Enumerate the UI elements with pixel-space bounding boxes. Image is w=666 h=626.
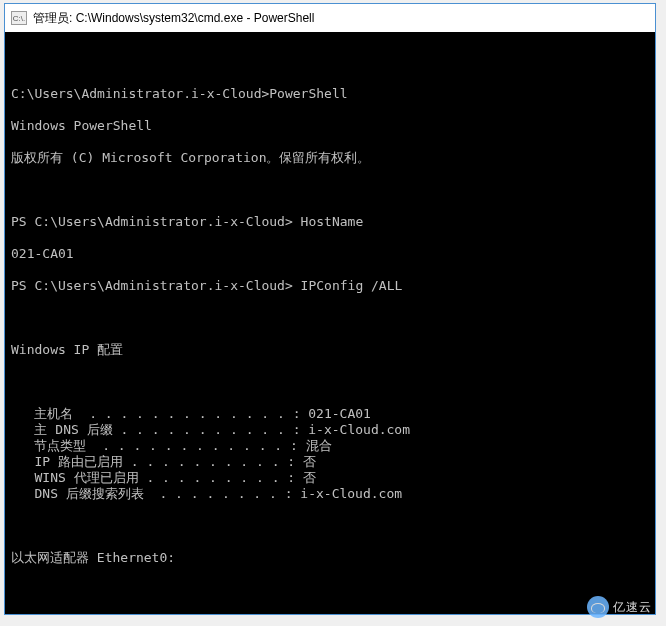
config-row: 节点类型 . . . . . . . . . . . . : 混合 [11,438,649,454]
ps-header-2: 版权所有 (C) Microsoft Corporation。保留所有权利。 [11,150,649,166]
blank-line [11,374,649,390]
adapter-section: 以太网适配器 Ethernet0: [11,550,649,566]
blank-line [11,54,649,70]
ps-input: HostName [301,214,364,229]
terminal-window: C:\. 管理员: C:\Windows\system32\cmd.exe - … [4,3,656,615]
config-value: 021-CA01 [300,406,370,421]
hostname-output: 021-CA01 [11,246,649,262]
config-row: DNS 后缀搜索列表 . . . . . . . . : i-x-Cloud.c… [11,486,649,502]
watermark: 亿速云 [587,596,652,618]
config-label: 主 DNS 后缀 . . . . . . . . . . . : [11,422,300,437]
config-value: i-x-Cloud.com [293,486,403,501]
config-value: i-x-Cloud.com [300,422,410,437]
terminal-body[interactable]: C:\Users\Administrator.i-x-Cloud>PowerSh… [5,32,655,614]
ps-input: IPConfig /ALL [301,278,403,293]
cmd-prompt: C:\Users\Administrator.i-x-Cloud> [11,86,269,101]
cmd-input: PowerShell [269,86,347,101]
blank-line [11,310,649,326]
config-label: WINS 代理已启用 . . . . . . . . . : [11,470,295,485]
config-value: 混合 [298,438,332,453]
config-label: 节点类型 . . . . . . . . . . . . : [11,438,298,453]
ps-prompt: PS C:\Users\Administrator.i-x-Cloud> [11,214,293,229]
config-label: 主机名 . . . . . . . . . . . . . : [11,406,300,421]
window-titlebar[interactable]: C:\. 管理员: C:\Windows\system32\cmd.exe - … [5,4,655,32]
ps-header-1: Windows PowerShell [11,118,649,134]
ipconfig-section: Windows IP 配置 [11,342,649,358]
config-value: 否 [295,470,316,485]
config-label: IP 路由已启用 . . . . . . . . . . : [11,454,295,469]
config-row: WINS 代理已启用 . . . . . . . . . : 否 [11,470,649,486]
cmd-icon: C:\. [11,11,27,25]
ps-line: PS C:\Users\Administrator.i-x-Cloud> Hos… [11,214,649,230]
config-row: 主 DNS 后缀 . . . . . . . . . . . : i-x-Clo… [11,422,649,438]
config-value: 否 [295,454,316,469]
ps-line: PS C:\Users\Administrator.i-x-Cloud> IPC… [11,278,649,294]
blank-line [11,182,649,198]
blank-line [11,582,649,598]
config-label: DNS 后缀搜索列表 . . . . . . . . : [11,486,293,501]
ps-prompt: PS C:\Users\Administrator.i-x-Cloud> [11,278,293,293]
watermark-text: 亿速云 [613,599,652,616]
config-row: 主机名 . . . . . . . . . . . . . : 021-CA01 [11,406,649,422]
config-row: IP 路由已启用 . . . . . . . . . . : 否 [11,454,649,470]
window-title: 管理员: C:\Windows\system32\cmd.exe - Power… [33,10,314,27]
cmd-line: C:\Users\Administrator.i-x-Cloud>PowerSh… [11,86,649,102]
watermark-logo-icon [587,596,609,618]
blank-line [11,518,649,534]
